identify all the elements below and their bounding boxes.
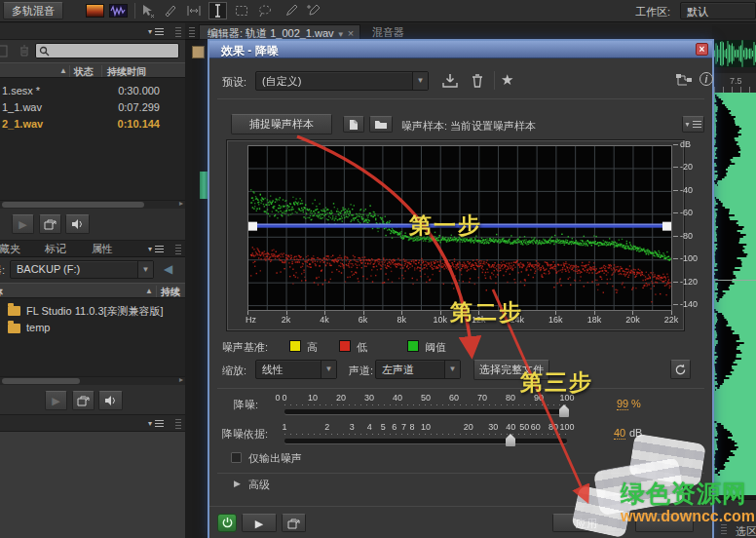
media-hscrollbar[interactable]: ▸ — [0, 376, 185, 385]
power-toggle-button[interactable] — [217, 514, 237, 532]
channel-label: 声道: — [349, 364, 373, 378]
save-preset-icon[interactable] — [441, 73, 459, 89]
tab-editor[interactable]: 编辑器: 轨道 1_002_1.wav ▼ × — [199, 24, 360, 40]
tab-mixer[interactable]: 混音器 — [362, 24, 414, 40]
nr-tick-label: 60 — [443, 393, 465, 403]
multitrack-button[interactable]: 多轨混音 — [3, 2, 63, 19]
save-sample-page-icon[interactable] — [343, 116, 364, 133]
load-sample-folder-icon[interactable] — [369, 116, 393, 133]
preview-play-button[interactable]: ▶ — [242, 514, 277, 532]
loop-speaker-button[interactable] — [65, 214, 90, 234]
move-tool-icon[interactable] — [139, 3, 155, 19]
media-item[interactable]: temp — [0, 320, 185, 337]
nr-slider-thumb[interactable] — [559, 404, 569, 417]
media-panel-menu[interactable]: ▾ — [148, 245, 164, 253]
files-transport: ▶ — [0, 209, 185, 241]
files-hscrollbar[interactable]: ▸ — [0, 200, 185, 209]
x-axis-tick — [440, 311, 441, 315]
time-selection-tool-icon[interactable] — [208, 2, 227, 19]
scale-label: 缩放: — [222, 364, 246, 378]
y-axis-tick — [673, 167, 678, 168]
capture-noise-sample-button[interactable]: 捕捉噪声样本 — [231, 114, 332, 134]
media-tab-2[interactable]: 标记 — [33, 241, 78, 257]
drive-dropdown[interactable]: BACKUP (F:) ▼ — [10, 260, 154, 279]
search-box[interactable] — [35, 43, 179, 58]
scroll-right-arrow[interactable]: ▸ — [179, 199, 183, 208]
preview-loop-button[interactable] — [282, 514, 306, 532]
nr-tick-label: 0 — [274, 393, 295, 403]
info-icon[interactable]: i — [699, 72, 713, 86]
x-axis-label: 16k — [545, 315, 566, 325]
back-arrow-icon[interactable]: ◀ — [164, 262, 172, 276]
watermark-site-name: 绿色资源网 — [621, 481, 755, 506]
bottom-panel-menu[interactable]: ▾ — [148, 419, 164, 428]
favorite-star-icon[interactable]: ★ — [501, 71, 513, 89]
preset-label: 预设: — [222, 75, 246, 90]
spectral-view-icon[interactable] — [86, 4, 104, 18]
scale-dropdown[interactable]: 线性 ▼ — [255, 360, 337, 379]
files-panel-menu[interactable]: ▾ — [148, 27, 164, 36]
lasso-tool-icon[interactable] — [257, 3, 273, 19]
auto-play-button[interactable] — [39, 214, 61, 234]
files-panel-grip[interactable] — [175, 26, 181, 37]
noise-only-label[interactable]: 仅输出噪声 — [248, 451, 302, 466]
search-input[interactable] — [52, 44, 176, 58]
sample-options-menu[interactable]: ▾ — [682, 116, 704, 133]
y-axis-tick — [673, 144, 678, 145]
x-axis-tick — [324, 311, 325, 315]
nr-value[interactable]: 99 — [617, 398, 628, 410]
nrby-slider-track[interactable] — [284, 439, 567, 443]
auto-play-button[interactable] — [72, 391, 94, 410]
nr-slider-track[interactable] — [284, 409, 567, 414]
scroll-thumb[interactable] — [2, 378, 80, 384]
marquee-tool-icon[interactable] — [234, 3, 249, 19]
selection-panel-grip[interactable] — [721, 524, 727, 534]
dialog-close-button[interactable]: × — [696, 43, 708, 56]
file-row[interactable]: 2_1.wav0:10.144 — [0, 117, 185, 134]
col-status: 状态 — [74, 65, 94, 79]
col-duration: 持续时间 — [107, 65, 146, 79]
loop-speaker-button[interactable] — [98, 391, 123, 410]
reset-button[interactable] — [670, 360, 691, 379]
paintbrush-tool-icon[interactable] — [283, 3, 298, 19]
delete-preset-icon[interactable] — [470, 73, 485, 89]
advanced-label[interactable]: 高级 — [248, 478, 270, 492]
tab-dropdown-icon[interactable]: ▼ — [337, 30, 345, 39]
y-axis-tick — [673, 212, 678, 213]
scroll-thumb[interactable] — [2, 202, 144, 208]
file-row[interactable]: 1.sesx *0:30.000 — [0, 84, 185, 100]
media-columns[interactable]: 称 ▲ 持续 — [0, 283, 185, 298]
dialog-titlebar[interactable]: 效果 - 降噪 × — [209, 41, 712, 58]
left-column: ▾ ▲ 状态 持续时间 1.sesx *0:30.0001_1.wav0:07.… — [0, 23, 185, 538]
nrby-value[interactable]: 40 — [614, 427, 625, 440]
razor-tool-icon[interactable] — [163, 3, 178, 19]
preset-dropdown[interactable]: (自定义) ▼ — [255, 71, 429, 91]
advanced-expander-icon[interactable]: ▶ — [234, 479, 241, 488]
tabbar-grip[interactable] — [189, 26, 195, 37]
files-columns[interactable]: ▲ 状态 持续时间 — [0, 62, 185, 78]
media-panel-grip[interactable] — [175, 244, 181, 254]
x-axis-tick — [555, 311, 556, 315]
noise-only-checkbox[interactable] — [231, 452, 242, 463]
bottom-panel-grip[interactable] — [175, 418, 181, 429]
play-button[interactable]: ▶ — [45, 391, 67, 410]
route-icon[interactable] — [675, 73, 693, 88]
play-button[interactable]: ▶ — [12, 214, 34, 234]
nrby-tick-label: 2 — [317, 422, 338, 432]
open-file-icon[interactable] — [0, 44, 10, 58]
nrby-slider-thumb[interactable] — [506, 434, 515, 446]
file-row[interactable]: 1_1.wav0:07.299 — [0, 100, 185, 117]
scroll-right-arrow[interactable]: ▸ — [179, 375, 183, 384]
tab-close-icon[interactable]: × — [348, 27, 354, 39]
media-item[interactable]: FL Studio 11.0.3[亲测兼容版] — [0, 302, 185, 320]
waveform-view-icon[interactable] — [109, 4, 128, 18]
waveform-display[interactable] — [712, 40, 756, 499]
media-tab-3[interactable]: 属性 — [80, 241, 125, 257]
workspace-dropdown[interactable]: 默认 — [680, 2, 756, 19]
slip-tool-icon[interactable] — [186, 3, 202, 19]
healing-brush-tool-icon[interactable] — [306, 3, 321, 19]
channel-dropdown[interactable]: 左声道 ▼ — [375, 360, 461, 379]
effects-rack-icon — [192, 46, 205, 58]
media-tab-1[interactable]: 藏夹 — [0, 241, 29, 257]
trash-icon[interactable] — [18, 44, 31, 58]
